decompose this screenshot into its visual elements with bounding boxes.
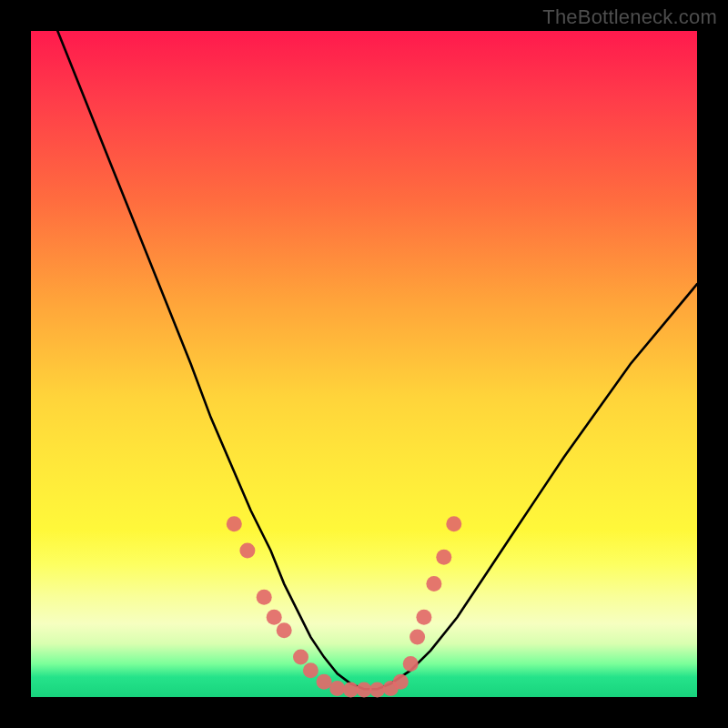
data-point — [303, 662, 318, 678]
data-point — [426, 576, 441, 592]
data-point — [267, 610, 282, 625]
sample-points — [227, 516, 462, 697]
data-point — [369, 682, 385, 697]
data-point — [239, 543, 255, 559]
data-point — [436, 550, 451, 565]
watermark-text: TheBottleneck.com — [542, 5, 717, 29]
data-point — [416, 610, 431, 625]
data-point — [317, 674, 332, 690]
data-point — [403, 656, 419, 672]
chart-frame: TheBottleneck.com — [0, 0, 728, 728]
data-point — [227, 516, 242, 531]
data-point — [446, 516, 461, 531]
data-point — [410, 630, 425, 645]
data-point — [393, 674, 409, 690]
bottleneck-curve — [57, 31, 697, 689]
plot-area — [31, 31, 697, 697]
data-point — [343, 682, 359, 697]
data-point — [277, 622, 292, 638]
data-point — [329, 681, 345, 696]
chart-svg — [31, 31, 697, 697]
data-point — [293, 650, 308, 665]
data-point — [257, 590, 272, 605]
data-point — [357, 682, 372, 697]
